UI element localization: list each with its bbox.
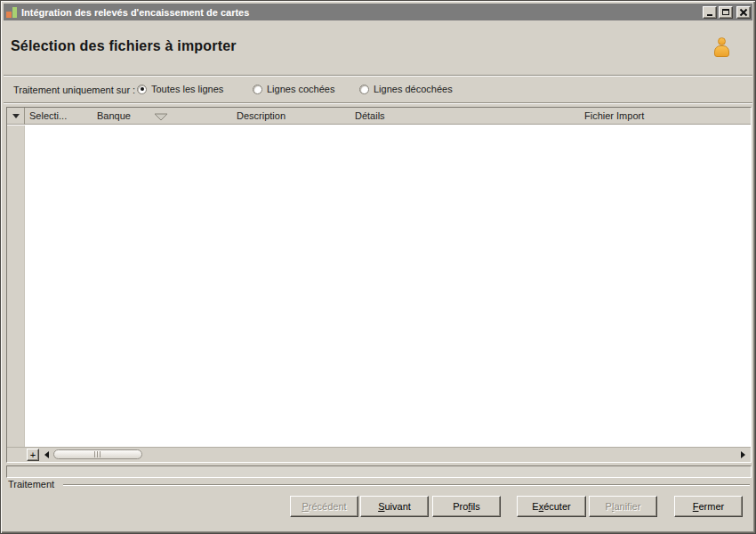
column-header-description[interactable]: Description bbox=[237, 110, 286, 121]
files-grid: Selecti... Banque Description Détails Fi… bbox=[6, 107, 752, 463]
column-header-fichier-import[interactable]: Fichier Import bbox=[584, 110, 644, 121]
horizontal-scrollbar-thumb[interactable] bbox=[53, 449, 142, 459]
row-selector-gutter bbox=[7, 125, 25, 447]
execute-button[interactable]: Exécuter bbox=[517, 496, 586, 517]
radio-icon bbox=[137, 85, 147, 94]
radio-toutes-les-lignes[interactable]: Toutes les lignes bbox=[137, 84, 223, 94]
user-icon-head bbox=[718, 37, 726, 45]
page-title: Sélection des fichiers à importer bbox=[11, 38, 237, 54]
schedule-button[interactable]: Planifier bbox=[589, 496, 657, 517]
app-icon bbox=[6, 6, 18, 18]
grid-body[interactable] bbox=[26, 125, 751, 447]
radio-label: Lignes cochées bbox=[267, 84, 334, 94]
scrollbar-grip bbox=[94, 451, 101, 457]
grid-header: Selecti... Banque Description Détails Fi… bbox=[7, 108, 751, 125]
filter-icon[interactable] bbox=[154, 113, 168, 121]
close-icon bbox=[740, 9, 747, 16]
add-row-button[interactable]: + bbox=[27, 449, 39, 461]
header: Sélection des fichiers à importer bbox=[4, 20, 752, 75]
titlebar[interactable]: Intégration des relevés d'encaissement d… bbox=[4, 4, 752, 20]
profiles-button[interactable]: Profils bbox=[432, 496, 501, 517]
maximize-icon bbox=[722, 9, 729, 15]
radio-lignes-decochees[interactable]: Lignes décochées bbox=[359, 84, 453, 94]
maximize-button[interactable] bbox=[719, 6, 733, 19]
next-button[interactable]: Suivant bbox=[360, 496, 429, 517]
row-selector-header[interactable] bbox=[7, 108, 25, 125]
user-icon bbox=[713, 37, 731, 61]
status-strip bbox=[6, 465, 752, 478]
app-icon-green-block bbox=[12, 7, 17, 18]
radio-icon bbox=[253, 85, 262, 94]
treatment-group-label: Traitement bbox=[8, 479, 54, 490]
dialog-window: Intégration des relevés d'encaissement d… bbox=[0, 0, 756, 534]
arrow-left-icon[interactable] bbox=[44, 451, 49, 458]
radio-dot bbox=[141, 87, 144, 91]
previous-button[interactable]: Précédent bbox=[290, 496, 358, 517]
minimize-button[interactable] bbox=[703, 6, 717, 19]
radio-label: Toutes les lignes bbox=[151, 84, 223, 94]
column-header-details[interactable]: Détails bbox=[355, 110, 385, 121]
column-header-selectionne[interactable]: Selecti... bbox=[29, 110, 67, 121]
minimize-icon bbox=[707, 14, 712, 16]
column-header-banque[interactable]: Banque bbox=[97, 110, 131, 121]
close-button[interactable] bbox=[736, 6, 751, 19]
close-dialog-button[interactable]: Fermer bbox=[674, 496, 743, 517]
dropdown-triangle-icon bbox=[12, 114, 20, 118]
user-icon-body bbox=[714, 45, 729, 57]
treatment-scope-label: Traitement uniquement sur : bbox=[13, 85, 135, 95]
grid-scrollbar-row: + bbox=[7, 447, 751, 462]
toolbar-divider bbox=[4, 102, 752, 103]
radio-icon bbox=[359, 85, 369, 94]
window-title: Intégration des relevés d'encaissement d… bbox=[21, 7, 701, 18]
radio-label: Lignes décochées bbox=[374, 84, 453, 94]
arrow-right-icon[interactable] bbox=[741, 451, 745, 458]
treatment-group-divider bbox=[63, 484, 750, 485]
radio-lignes-cochees[interactable]: Lignes cochées bbox=[253, 84, 334, 94]
header-divider bbox=[4, 75, 752, 76]
filter-toolbar: Traitement uniquement sur : Toutes les l… bbox=[4, 77, 752, 102]
app-icon-orange-block bbox=[6, 12, 12, 18]
